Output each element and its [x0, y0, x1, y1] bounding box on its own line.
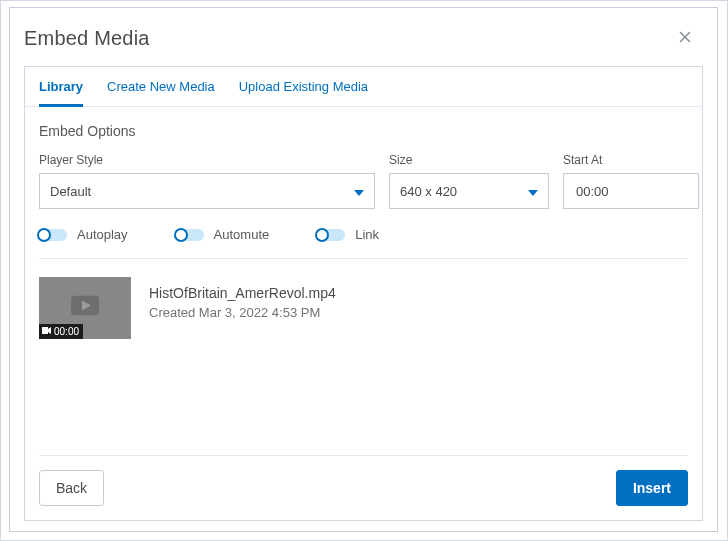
modal-title: Embed Media: [24, 27, 150, 50]
tabs: Library Create New Media Upload Existing…: [25, 67, 702, 107]
toggle-autoplay[interactable]: Autoplay: [39, 227, 128, 242]
toggle-autoplay-label: Autoplay: [77, 227, 128, 242]
player-style-label: Player Style: [39, 153, 375, 167]
size-select[interactable]: 640 x 420: [389, 173, 549, 209]
fields-row: Player Style Default Size 640: [39, 153, 688, 209]
play-icon: [71, 296, 99, 321]
toggle-link[interactable]: Link: [317, 227, 379, 242]
modal-inner: Library Create New Media Upload Existing…: [24, 66, 703, 521]
field-size: Size 640 x 420: [389, 153, 549, 209]
switch-icon: [176, 229, 204, 241]
toggle-automute-label: Automute: [214, 227, 270, 242]
toggle-automute[interactable]: Automute: [176, 227, 270, 242]
back-button[interactable]: Back: [39, 470, 104, 506]
toggles-row: Autoplay Automute Link: [39, 223, 688, 259]
start-at-input[interactable]: [574, 183, 688, 200]
chevron-down-icon: [528, 184, 538, 199]
chevron-down-icon: [354, 184, 364, 199]
close-button[interactable]: [675, 26, 695, 50]
media-created: Created Mar 3, 2022 4:53 PM: [149, 305, 336, 320]
page-background: Embed Media Library Create New Media Upl…: [0, 0, 728, 541]
svg-rect-3: [42, 327, 48, 334]
close-icon: [679, 31, 691, 43]
start-at-input-wrapper[interactable]: [563, 173, 699, 209]
modal-footer: Back Insert: [25, 456, 702, 520]
size-label: Size: [389, 153, 549, 167]
size-value: 640 x 420: [400, 184, 457, 199]
video-icon: [42, 326, 51, 337]
duration-text: 00:00: [54, 326, 79, 337]
media-meta: HistOfBritain_AmerRevol.mp4 Created Mar …: [149, 277, 336, 320]
field-start-at: Start At: [563, 153, 699, 209]
duration-badge: 00:00: [39, 324, 83, 339]
embed-media-modal: Embed Media Library Create New Media Upl…: [9, 7, 718, 532]
player-style-select[interactable]: Default: [39, 173, 375, 209]
insert-button[interactable]: Insert: [616, 470, 688, 506]
toggle-link-label: Link: [355, 227, 379, 242]
field-player-style: Player Style Default: [39, 153, 375, 209]
start-at-label: Start At: [563, 153, 699, 167]
media-thumbnail[interactable]: 00:00: [39, 277, 131, 339]
player-style-value: Default: [50, 184, 91, 199]
embed-options: Embed Options Player Style Default: [25, 107, 702, 456]
media-item[interactable]: 00:00 HistOfBritain_AmerRevol.mp4 Create…: [39, 259, 688, 456]
tab-create-new-media[interactable]: Create New Media: [107, 67, 215, 107]
media-filename: HistOfBritain_AmerRevol.mp4: [149, 285, 336, 301]
modal-header: Embed Media: [10, 8, 717, 66]
switch-icon: [317, 229, 345, 241]
switch-icon: [39, 229, 67, 241]
modal-body: Library Create New Media Upload Existing…: [10, 66, 717, 521]
tab-upload-existing-media[interactable]: Upload Existing Media: [239, 67, 368, 107]
section-title: Embed Options: [39, 123, 688, 139]
tab-library[interactable]: Library: [39, 67, 83, 107]
spacer: [10, 521, 717, 531]
